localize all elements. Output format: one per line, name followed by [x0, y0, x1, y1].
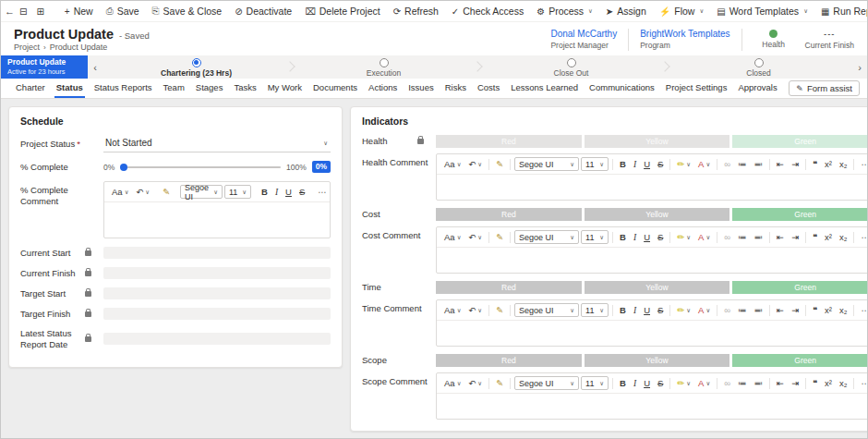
font-size-select[interactable]: 11∨ — [581, 303, 609, 317]
underline-button[interactable]: U — [641, 231, 653, 243]
outdent-button[interactable]: ⇤ — [774, 158, 787, 170]
strikethrough-button[interactable]: S — [655, 377, 666, 389]
outdent-button[interactable]: ⇤ — [774, 304, 787, 316]
undo-button[interactable]: ↶∨ — [465, 158, 485, 170]
indent-button[interactable]: ⇥ — [789, 231, 802, 243]
link-button[interactable]: ∞ — [721, 377, 733, 389]
font-name-select[interactable]: Segoe UI∨ — [514, 230, 579, 244]
subscript-button[interactable]: x₂ — [837, 304, 850, 316]
command-delete-project[interactable]: ⌧Delete Project — [298, 6, 386, 17]
italic-button[interactable]: I — [631, 232, 639, 243]
segment-red[interactable]: Red — [436, 354, 582, 367]
numbered-list-button[interactable]: ≕ — [751, 158, 766, 170]
tab-lessons-learned[interactable]: Lessons Learned — [509, 79, 580, 98]
subscript-button[interactable]: x₂ — [837, 377, 850, 389]
side-panel-icon[interactable]: ⊟ — [15, 6, 31, 17]
format-painter-button[interactable]: ✎ — [160, 186, 173, 198]
underline-button[interactable]: U — [641, 304, 653, 316]
outdent-button[interactable]: ⇤ — [774, 231, 787, 243]
command-save-close[interactable]: ⎘Save & Close — [146, 6, 229, 17]
text-style-button[interactable]: Aa∨ — [441, 231, 464, 243]
highlight-button[interactable]: ✏∨ — [674, 304, 693, 316]
more-button[interactable]: ⋯ — [858, 304, 867, 316]
breadcrumb-item[interactable]: Product Update — [50, 43, 108, 52]
indent-button[interactable]: ⇥ — [789, 377, 802, 389]
tab-tasks[interactable]: Tasks — [232, 79, 258, 98]
bold-button[interactable]: B — [617, 377, 629, 389]
font-color-button[interactable]: A∨ — [695, 304, 713, 316]
format-painter-button[interactable]: ✎ — [493, 158, 506, 170]
segment-yellow[interactable]: Yellow — [585, 354, 730, 367]
program-block[interactable]: BrightWork Templates Program — [640, 29, 729, 50]
bullet-list-button[interactable]: ≔ — [735, 158, 750, 170]
rich-text-area[interactable] — [437, 394, 867, 419]
quote-button[interactable]: ❝ — [810, 231, 820, 243]
segment-yellow[interactable]: Yellow — [585, 281, 730, 294]
command-word-templates[interactable]: ▤Word Templates∨ — [710, 6, 814, 17]
bold-button[interactable]: B — [617, 158, 629, 170]
bold-button[interactable]: B — [617, 304, 629, 316]
outdent-button[interactable]: ⇤ — [774, 377, 787, 389]
italic-button[interactable]: I — [631, 159, 639, 170]
tab-status-reports[interactable]: Status Reports — [92, 79, 154, 98]
bullet-list-button[interactable]: ≔ — [735, 377, 750, 389]
segment-green[interactable]: Green — [732, 281, 867, 294]
text-style-button[interactable]: Aa∨ — [441, 158, 464, 170]
text-style-button[interactable]: Aa∨ — [109, 186, 131, 198]
tab-costs[interactable]: Costs — [476, 79, 501, 98]
form-assist-button[interactable]: ✎ Form assist — [789, 80, 860, 96]
numbered-list-button[interactable]: ≕ — [751, 377, 766, 389]
command-flow[interactable]: ⚡Flow∨ — [653, 6, 710, 17]
bullet-list-button[interactable]: ≔ — [735, 231, 750, 243]
highlight-button[interactable]: ✏∨ — [674, 377, 693, 389]
bold-button[interactable]: B — [259, 186, 271, 198]
bpf-stage-closed[interactable]: Closed — [665, 55, 852, 79]
italic-button[interactable]: I — [631, 378, 639, 389]
command-process[interactable]: ⚙Process∨ — [530, 6, 599, 17]
subscript-button[interactable]: x₂ — [837, 158, 850, 170]
link-button[interactable]: ∞ — [721, 158, 733, 170]
program-name[interactable]: BrightWork Templates — [640, 29, 729, 41]
font-size-select[interactable]: 11∨ — [224, 185, 251, 199]
undo-button[interactable]: ↶∨ — [465, 231, 485, 243]
undo-button[interactable]: ↶∨ — [465, 377, 485, 389]
rich-text-area[interactable] — [437, 248, 867, 273]
grid-icon[interactable]: ⊞ — [31, 6, 48, 17]
project-manager-block[interactable]: Donal McCarthy Project Manager — [550, 29, 617, 50]
superscript-button[interactable]: x² — [822, 158, 835, 170]
format-painter-button[interactable]: ✎ — [493, 304, 506, 316]
back-button[interactable]: ← — [5, 6, 15, 17]
quote-button[interactable]: ❝ — [810, 158, 820, 170]
tab-actions[interactable]: Actions — [367, 79, 399, 98]
bpf-scroll-left[interactable]: ‹ — [88, 55, 102, 79]
tab-stages[interactable]: Stages — [194, 79, 225, 98]
more-button[interactable]: ⋯ — [858, 231, 867, 243]
command-deactivate[interactable]: ⊘Deactivate — [228, 6, 298, 17]
slider-knob[interactable] — [120, 164, 127, 171]
bpf-stage-chartering-23-hrs[interactable]: Chartering (23 Hrs) — [102, 55, 290, 79]
strikethrough-button[interactable]: S — [655, 158, 666, 170]
tab-documents[interactable]: Documents — [311, 79, 359, 98]
text-style-button[interactable]: Aa∨ — [441, 304, 464, 316]
more-button[interactable]: ⋯ — [315, 186, 330, 198]
bullet-list-button[interactable]: ≔ — [735, 304, 750, 316]
strikethrough-button[interactable]: S — [655, 304, 666, 316]
text-style-button[interactable]: Aa∨ — [441, 377, 464, 389]
active-stage-box[interactable]: Product Update Active for 23 hours — [1, 55, 88, 79]
superscript-button[interactable]: x² — [822, 231, 835, 243]
numbered-list-button[interactable]: ≕ — [751, 304, 766, 316]
underline-button[interactable]: U — [283, 186, 295, 198]
format-painter-button[interactable]: ✎ — [493, 231, 506, 243]
command-new[interactable]: +New — [58, 6, 100, 17]
tab-communications[interactable]: Communications — [587, 79, 657, 98]
font-name-select[interactable]: Segoe UI∨ — [180, 185, 223, 199]
more-button[interactable]: ⋯ — [858, 377, 867, 389]
font-color-button[interactable]: A∨ — [695, 158, 713, 170]
link-button[interactable]: ∞ — [721, 231, 733, 243]
quote-button[interactable]: ❝ — [810, 304, 820, 316]
underline-button[interactable]: U — [641, 158, 653, 170]
superscript-button[interactable]: x² — [822, 377, 835, 389]
undo-button[interactable]: ↶∨ — [133, 186, 152, 198]
tab-issues[interactable]: Issues — [406, 79, 435, 98]
command-check-access[interactable]: ✓Check Access — [445, 6, 530, 17]
